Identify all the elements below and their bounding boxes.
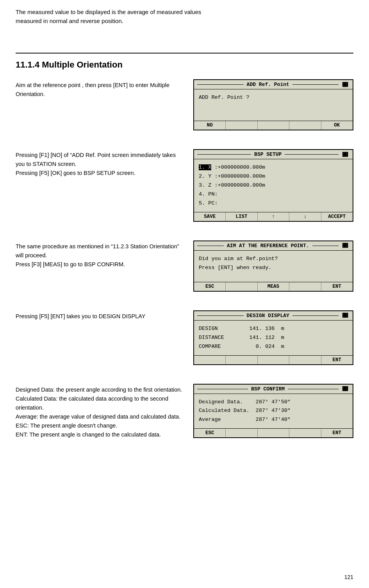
lcd-screen-bsp-confirm: BSP CONFIRM▐█▌Designed Data. 287° 47'50"…: [193, 384, 353, 438]
lcd-line-design-display-1: DESIGN 141. 136 m: [199, 324, 348, 333]
screen-col-bsp-confirm: BSP CONFIRM▐█▌Designed Data. 287° 47'50"…: [193, 384, 353, 438]
lcd-btn-aim-ref-point-2[interactable]: MEAS: [258, 282, 289, 291]
lcd-line-design-display-3: COMPARE 0. 024 m: [199, 342, 348, 351]
lcd-btn-bsp-confirm-0[interactable]: ESC: [194, 429, 226, 437]
lcd-title-text-bsp-confirm: BSP CONFIRM: [251, 386, 285, 392]
content-row-bsp-setup: Pressing [F1] [NO] of “ADD Ref. Point sc…: [16, 149, 353, 222]
title-line-right: [292, 315, 339, 316]
lcd-title-bar-add-ref-point: ADD Ref. Point▐█▌: [194, 80, 353, 89]
lcd-screen-add-ref-point: ADD Ref. Point▐█▌ADD Ref. Point ?NOOK: [193, 79, 353, 130]
lcd-line-bsp-confirm-3: Average 287° 47'40": [199, 415, 348, 424]
lcd-line-add-ref-point-1: ADD Ref. Point ?: [199, 93, 348, 102]
lcd-title-text-bsp-setup: BSP SETUP: [254, 151, 282, 157]
lcd-body-add-ref-point: ADD Ref. Point ?: [194, 89, 353, 121]
battery-icon-bsp-setup: ▐█▌: [341, 152, 349, 157]
lcd-line-bsp-setup-2: 3. Z :+000000000.000m: [199, 181, 348, 190]
lcd-line-bsp-setup-3: 4. PN:: [199, 190, 348, 199]
title-line-right: [312, 246, 339, 246]
lcd-title-text-aim-ref-point: AIM AT THE REFERENCE POINT.: [227, 243, 309, 249]
battery-icon-design-display: ▐█▌: [341, 313, 349, 318]
page-container: The measured value to be displayed is th…: [0, 0, 369, 474]
lcd-title-bar-bsp-setup: BSP SETUP▐█▌: [194, 150, 353, 159]
lcd-btn-aim-ref-point-1: [226, 282, 257, 291]
lcd-line-design-display-2: DISTANCE 141. 112 m: [199, 333, 348, 342]
content-row-design-display: Pressing [F5] [ENT] takes you to DESIGN …: [16, 310, 353, 365]
lcd-btn-bsp-confirm-3: [289, 429, 321, 437]
title-line-left: [197, 246, 224, 246]
title-line-left: [197, 84, 244, 85]
lcd-screen-aim-ref-point: AIM AT THE REFERENCE POINT.▐█▌Did you ai…: [193, 241, 353, 292]
lcd-btn-design-display-1: [226, 356, 257, 364]
section-divider: [16, 53, 353, 53]
lcd-screen-bsp-setup: BSP SETUP▐█▌1. X :+000000000.000m2. Y :+…: [193, 149, 353, 222]
title-line-right: [288, 389, 339, 389]
lcd-line-bsp-confirm-2: Calculated Data. 287° 47'30": [199, 406, 348, 415]
lcd-btn-aim-ref-point-3: [289, 282, 321, 291]
lcd-title-bar-design-display: DESIGN DISPLAY▐█▌: [194, 311, 353, 321]
lcd-btn-design-display-2: [258, 356, 289, 364]
screen-col-add-ref-point: ADD Ref. Point▐█▌ADD Ref. Point ?NOOK: [193, 79, 353, 130]
battery-icon-bsp-confirm: ▐█▌: [341, 386, 349, 392]
screen-col-aim-ref-point: AIM AT THE REFERENCE POINT.▐█▌Did you ai…: [193, 241, 353, 292]
text-col-design-display: Pressing [F5] [ENT] takes you to DESIGN …: [16, 310, 185, 321]
text-col-bsp-confirm: Designed Data: the present angle accordi…: [16, 384, 185, 440]
title-line-right: [292, 84, 339, 85]
content-row-aim-ref-point: The same procedure as mentioned in “11.2…: [16, 241, 353, 292]
lcd-body-aim-ref-point: Did you aim at Ref.point?Press [ENT] whe…: [194, 251, 353, 282]
lcd-btn-add-ref-point-2: [258, 121, 289, 130]
lcd-btn-bsp-confirm-1: [226, 429, 257, 437]
lcd-btn-bsp-confirm-4[interactable]: ENT: [321, 429, 353, 437]
lcd-btn-aim-ref-point-0[interactable]: ESC: [194, 282, 226, 291]
lcd-line-bsp-setup-1: 2. Y :+000000000.000m: [199, 172, 348, 181]
page-number: 121: [344, 574, 353, 580]
title-line-left: [197, 315, 244, 316]
lcd-footer-aim-ref-point: ESCMEASENT: [194, 282, 353, 291]
title-line-left: [197, 154, 251, 155]
rows-container: Aim at the reference point , then press …: [16, 79, 353, 440]
screen-col-bsp-setup: BSP SETUP▐█▌1. X :+000000000.000m2. Y :+…: [193, 149, 353, 222]
text-col-add-ref-point: Aim at the reference point , then press …: [16, 79, 185, 99]
lcd-btn-add-ref-point-4[interactable]: OK: [321, 121, 353, 130]
lcd-btn-bsp-confirm-2: [258, 429, 289, 437]
lcd-btn-bsp-setup-3[interactable]: ↓: [289, 212, 321, 221]
lcd-line-bsp-setup-4: 5. PC:: [199, 199, 348, 208]
lcd-footer-add-ref-point: NOOK: [194, 121, 353, 130]
content-row-add-ref-point: Aim at the reference point , then press …: [16, 79, 353, 130]
lcd-btn-bsp-setup-0[interactable]: SAVE: [194, 212, 226, 221]
lcd-footer-design-display: ENT: [194, 355, 353, 364]
lcd-btn-bsp-setup-1[interactable]: LIST: [226, 212, 257, 221]
lcd-title-bar-aim-ref-point: AIM AT THE REFERENCE POINT.▐█▌: [194, 241, 353, 251]
lcd-line-bsp-setup-0: 1. X :+000000000.000m: [199, 163, 348, 172]
lcd-title-bar-bsp-confirm: BSP CONFIRM▐█▌: [194, 385, 353, 394]
title-line-right: [285, 154, 339, 155]
lcd-title-text-add-ref-point: ADD Ref. Point: [247, 82, 289, 87]
battery-icon-add-ref-point: ▐█▌: [341, 82, 349, 87]
lcd-btn-bsp-setup-2[interactable]: ↑: [258, 212, 289, 221]
lcd-screen-design-display: DESIGN DISPLAY▐█▌DESIGN 141. 136 mDISTAN…: [193, 310, 353, 365]
lcd-line-aim-ref-point-1: Did you aim at Ref.point?: [199, 255, 348, 264]
lcd-btn-design-display-0: [194, 356, 226, 364]
intro-text: The measured value to be displayed is th…: [16, 8, 211, 25]
lcd-btn-add-ref-point-3: [289, 121, 321, 130]
screen-col-design-display: DESIGN DISPLAY▐█▌DESIGN 141. 136 mDISTAN…: [193, 310, 353, 365]
section-title: 11.1.4 Multiple Orientation: [16, 60, 353, 70]
lcd-line-aim-ref-point-2: Press [ENT] when ready.: [199, 264, 348, 273]
lcd-btn-aim-ref-point-4[interactable]: ENT: [321, 282, 353, 291]
lcd-btn-design-display-4[interactable]: ENT: [321, 356, 353, 364]
text-col-aim-ref-point: The same procedure as mentioned in “11.2…: [16, 241, 185, 269]
lcd-btn-design-display-3: [289, 356, 321, 364]
lcd-footer-bsp-confirm: ESCENT: [194, 428, 353, 437]
lcd-body-bsp-setup: 1. X :+000000000.000m2. Y :+000000000.00…: [194, 159, 353, 212]
content-row-bsp-confirm: Designed Data: the present angle accordi…: [16, 384, 353, 440]
lcd-body-bsp-confirm: Designed Data. 287° 47'50"Calculated Dat…: [194, 394, 353, 429]
lcd-line-bsp-confirm-1: Designed Data. 287° 47'50": [199, 398, 348, 407]
lcd-title-text-design-display: DESIGN DISPLAY: [247, 313, 289, 319]
lcd-btn-add-ref-point-1: [226, 121, 257, 130]
text-col-bsp-setup: Pressing [F1] [NO] of “ADD Ref. Point sc…: [16, 149, 185, 178]
title-line-left: [197, 389, 248, 389]
battery-icon-aim-ref-point: ▐█▌: [341, 243, 349, 248]
lcd-body-design-display: DESIGN 141. 136 mDISTANCE 141. 112 mCOMP…: [194, 321, 353, 355]
lcd-btn-bsp-setup-4[interactable]: ACCEPT: [321, 212, 353, 221]
lcd-footer-bsp-setup: SAVELIST↑↓ACCEPT: [194, 212, 353, 221]
lcd-btn-add-ref-point-0[interactable]: NO: [194, 121, 226, 130]
